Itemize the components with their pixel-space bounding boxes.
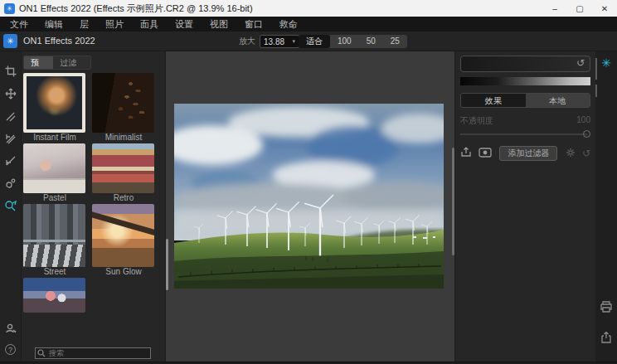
- search-row: [35, 347, 151, 359]
- preset-item[interactable]: Retro: [92, 143, 155, 204]
- presets-panel: 预置 过滤器 Instant Film Minimalist Pastel: [22, 51, 166, 362]
- account-icon[interactable]: [4, 322, 17, 335]
- preset-thumbnail-pastel[interactable]: [23, 143, 85, 193]
- preset-thumbnail-partial[interactable]: [23, 278, 85, 313]
- preset-item[interactable]: [23, 278, 86, 313]
- preset-thumbnail-minimalist[interactable]: [92, 73, 154, 133]
- crop-tool-icon[interactable]: [4, 65, 17, 78]
- zoom-preset-group: 适合 100 50 25: [299, 35, 407, 48]
- tab-filters[interactable]: 过滤器: [53, 56, 90, 69]
- search-input[interactable]: [35, 347, 151, 359]
- menu-photo[interactable]: 照片: [97, 17, 132, 32]
- amount-slider[interactable]: ↺: [460, 56, 590, 72]
- effects-module-icon[interactable]: ✳: [601, 56, 611, 70]
- move-tool-icon[interactable]: [4, 87, 17, 100]
- add-filter-button[interactable]: 添加过滤器: [499, 146, 557, 161]
- preset-item[interactable]: Pastel: [23, 143, 86, 204]
- canvas-area: [166, 51, 454, 362]
- menu-help[interactable]: 救命: [271, 17, 306, 32]
- zoom-25-button[interactable]: 25: [383, 35, 407, 48]
- preset-item[interactable]: Street: [23, 204, 86, 278]
- zoom-label: 放大: [239, 36, 255, 47]
- menu-mask[interactable]: 面具: [132, 17, 167, 32]
- print-icon[interactable]: [600, 301, 613, 316]
- mask-icon[interactable]: [479, 146, 492, 161]
- on1-logo-icon: ✳: [3, 34, 17, 48]
- opacity-value: 100: [576, 115, 590, 127]
- preset-item[interactable]: Instant Film: [23, 73, 86, 143]
- help-icon[interactable]: ?: [5, 344, 16, 355]
- tool-column: ?: [0, 51, 22, 362]
- menu-layer[interactable]: 层: [71, 17, 97, 32]
- preset-label: Retro: [92, 193, 155, 204]
- opacity-slider[interactable]: [460, 129, 590, 139]
- zoom-dropdown[interactable]: 13.88 ▾: [260, 35, 299, 48]
- preset-thumbnail-retro[interactable]: [92, 143, 154, 193]
- chevron-down-icon: ▾: [292, 38, 295, 45]
- reset-filters-icon[interactable]: ↺: [582, 148, 590, 159]
- close-button[interactable]: ✕: [592, 0, 617, 17]
- canvas-photo[interactable]: [174, 104, 444, 289]
- title-bar: ✳ ON1 Effects 2022 (Effects 示例照片.CR2 @ 1…: [0, 0, 617, 17]
- panel-scrollbar[interactable]: [595, 85, 597, 97]
- reset-amount-icon[interactable]: ↺: [576, 57, 585, 69]
- left-panel-tabs: 预置 过滤器: [23, 56, 91, 70]
- zoom-value: 13.88: [264, 37, 284, 46]
- paint-brush-tool-icon[interactable]: [4, 109, 17, 123]
- fit-button[interactable]: 适合: [299, 35, 330, 48]
- menu-window[interactable]: 窗口: [236, 17, 271, 32]
- perfect-brush-tool-icon[interactable]: [4, 132, 17, 145]
- preset-item[interactable]: Sun Glow: [92, 204, 155, 278]
- menu-bar: 文件 编辑 层 照片 面具 设置 视图 窗口 救命: [0, 17, 617, 32]
- slider-track: [460, 133, 587, 135]
- preset-thumbnail-sun-glow[interactable]: [92, 204, 154, 267]
- preset-label: Pastel: [23, 193, 86, 204]
- filter-actions: 添加过滤器 ↺: [460, 146, 590, 161]
- opacity-control: 不透明度 100: [460, 115, 590, 139]
- preset-thumbnail-street[interactable]: [23, 204, 85, 267]
- tab-local[interactable]: 本地: [526, 94, 590, 107]
- app-title: ON1 Effects 2022: [23, 36, 95, 46]
- save-preset-icon[interactable]: [460, 146, 472, 161]
- preset-thumbnail-instant-film[interactable]: [23, 73, 85, 133]
- effects-panel: ↺ 效果 本地 不透明度 100: [454, 51, 595, 362]
- zoom-controls: 放大 13.88 ▾: [239, 35, 299, 48]
- search-icon: [37, 349, 46, 357]
- refine-tool-icon[interactable]: [4, 177, 17, 190]
- menu-file[interactable]: 文件: [2, 17, 36, 32]
- maximize-button[interactable]: ▢: [567, 0, 592, 17]
- app-icon: ✳: [4, 3, 15, 14]
- view-zoom-tool-icon[interactable]: [4, 199, 17, 212]
- app-window: ✳ ON1 Effects 2022 (Effects 示例照片.CR2 @ 1…: [0, 0, 617, 364]
- preset-label: Street: [23, 267, 86, 278]
- empty-cell: [92, 278, 155, 313]
- tab-presets[interactable]: 预置: [24, 56, 53, 69]
- main-area: ? 预置 过滤器 Instant Film Minimalist Pastel: [0, 51, 617, 362]
- edge-bottom-icons: [600, 301, 613, 362]
- zoom-50-button[interactable]: 50: [359, 35, 383, 48]
- opacity-label: 不透明度: [460, 115, 493, 127]
- export-icon[interactable]: [600, 331, 612, 347]
- right-panel-tabs: 效果 本地: [460, 93, 590, 108]
- preset-item[interactable]: Minimalist: [92, 73, 155, 143]
- preset-label: Instant Film: [23, 133, 86, 143]
- canvas-scrollbar-left[interactable]: [166, 239, 168, 290]
- menu-edit[interactable]: 编辑: [36, 17, 71, 32]
- tab-effects[interactable]: 效果: [461, 94, 526, 107]
- zoom-100-button[interactable]: 100: [330, 35, 359, 48]
- right-edge-column: ✳: [595, 51, 617, 362]
- window-title: ON1 Effects 2022 (Effects 示例照片.CR2 @ 13.…: [19, 2, 542, 15]
- slider-knob[interactable]: [583, 130, 590, 138]
- panel-scrollbar[interactable]: [595, 58, 597, 80]
- gear-icon[interactable]: [566, 146, 576, 161]
- menu-view[interactable]: 视图: [202, 17, 236, 32]
- header-row: ✳ ON1 Effects 2022 放大 13.88 ▾ 适合 100 50 …: [0, 32, 617, 51]
- preset-grid: Instant Film Minimalist Pastel Retro Str…: [22, 73, 165, 313]
- masking-brush-tool-icon[interactable]: [4, 154, 17, 167]
- gradient-strip: [460, 77, 590, 85]
- preset-label: Sun Glow: [92, 267, 155, 278]
- menu-settings[interactable]: 设置: [167, 17, 202, 32]
- minimize-button[interactable]: –: [542, 0, 567, 17]
- preset-label: Minimalist: [92, 133, 155, 143]
